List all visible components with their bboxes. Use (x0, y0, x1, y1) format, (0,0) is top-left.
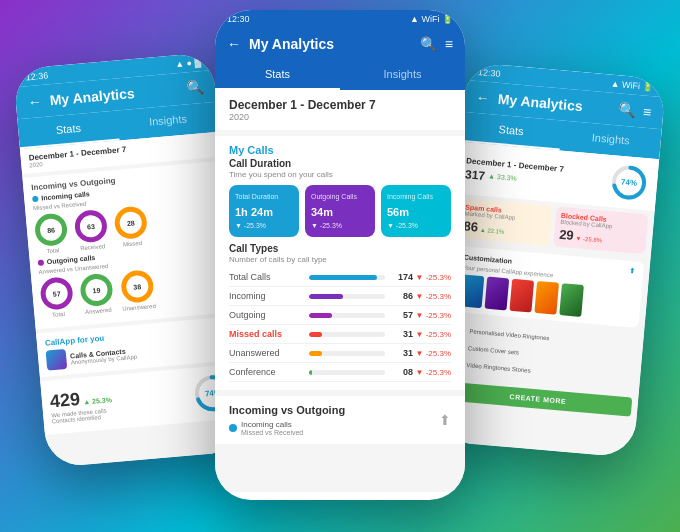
status-bar-center: 12:30 ▲ WiFi 🔋 (215, 10, 465, 28)
card-total-change: ▼ -25.3% (235, 222, 293, 229)
filter-icon-center[interactable]: ≡ (445, 36, 453, 52)
card-total-value: 1h 24m (235, 203, 293, 219)
ct-bar-0 (309, 275, 377, 280)
ct-chg-0: ▼ -25.3% (413, 273, 451, 282)
incoming-label-left: Incoming calls (41, 190, 90, 201)
ct-bar-wrap-1 (309, 294, 385, 299)
donut-received-val: 63 (87, 222, 95, 230)
ct-val-1: 86 (385, 291, 413, 301)
stat-change: ▲ 25.3% (83, 396, 112, 405)
tab-stats-center[interactable]: Stats (215, 60, 340, 90)
card-outgoing-duration: Outgoing Calls 34m ▼ -25.3% (305, 185, 375, 237)
spam-change: ▲ 22.1% (480, 227, 505, 235)
date-text-center: December 1 - December 7 (229, 98, 451, 112)
donut-unanswered-val: 38 (133, 283, 141, 291)
donut-total-label: Total (46, 247, 59, 254)
donut-missed-val: 28 (127, 219, 135, 227)
donut-unanswered: 38 Unanswered (119, 269, 156, 312)
tabs-center: Stats Insights (215, 60, 465, 90)
theme-thumb-4[interactable] (534, 281, 559, 315)
ct-val-5: 08 (385, 367, 413, 377)
filter-icon-right[interactable]: ≡ (642, 104, 652, 121)
ct-name-0: Total Calls (229, 272, 309, 282)
call-types-subtitle: Number of calls by call type (229, 255, 451, 264)
callapp-icon (46, 349, 68, 371)
title-center: My Analytics (249, 36, 412, 52)
back-arrow-right[interactable]: ← (475, 89, 490, 106)
ct-chg-4: ▼ -25.3% (413, 349, 451, 358)
back-arrow-left[interactable]: ← (27, 93, 42, 110)
donut-answered-circle: 19 (79, 273, 114, 308)
donut-out-total-circle: 57 (39, 276, 74, 311)
theme-thumb-3[interactable] (509, 279, 534, 313)
year-center: 2020 (229, 112, 451, 122)
donut-unanswered-circle: 38 (120, 269, 155, 304)
table-row: Unanswered 31 ▼ -25.3% (229, 344, 451, 363)
card-total-label: Total Duration (235, 193, 293, 200)
ct-val-0: 174 (385, 272, 413, 282)
donut-unanswered-label: Unanswered (122, 303, 156, 312)
phone-center: 12:30 ▲ WiFi 🔋 ← My Analytics 🔍 ≡ Stats … (215, 10, 465, 500)
card-outgoing-value: 34m (311, 203, 369, 219)
progress-label-right: 74% (621, 177, 638, 187)
theme-thumb-5[interactable] (559, 283, 584, 317)
card-total-duration: Total Duration 1h 24m ▼ -25.3% (229, 185, 299, 237)
title-right: My Analytics (497, 91, 611, 117)
ct-chg-3: ▼ -25.3% (413, 330, 451, 339)
search-icon-right[interactable]: 🔍 (618, 101, 636, 118)
right-items-list: 52 Personalised Video Ringtones 11 Custo… (439, 315, 644, 394)
time-left: 12:36 (25, 70, 48, 82)
blocked-card: Blocked Calls Blocked by CallApp 29 ▼ -2… (553, 206, 648, 254)
share-icon-right[interactable]: ⬆ (629, 267, 636, 275)
blocked-change: ▼ -25.8% (575, 235, 602, 243)
inc-outg-title: Incoming vs Outgoing (229, 404, 345, 416)
search-icon-left[interactable]: 🔍 (186, 79, 204, 96)
call-types-title: Call Types (229, 243, 451, 254)
share-icon[interactable]: ⬆ (439, 412, 451, 428)
time-right: 12:30 (478, 67, 501, 79)
call-duration-block: Call Duration Time you spend on your cal… (229, 158, 451, 237)
donut-out-total-val: 57 (52, 290, 60, 298)
donut-total: 86 Total (34, 212, 69, 255)
ct-bar-2 (309, 313, 332, 318)
signal-left: ▲ ● ▓ (175, 57, 202, 69)
stat-num: 429 (49, 388, 81, 412)
donut-missed-label: Missed (123, 240, 142, 248)
ct-name-4: Unanswered (229, 348, 309, 358)
inc-label: Incoming calls (241, 420, 303, 429)
phone-right: 12:30 ▲ WiFi 🔋 ← My Analytics 🔍 ≡ Stats … (434, 62, 666, 458)
ct-val-4: 31 (385, 348, 413, 358)
ct-bar-wrap-0 (309, 275, 385, 280)
ct-bar-wrap-5 (309, 370, 385, 375)
table-row: Missed calls 31 ▼ -25.3% (229, 325, 451, 344)
incoming-outgoing-section: Incoming vs Outgoing Incoming calls Miss… (215, 396, 465, 444)
donut-missed: 28 Missed (113, 205, 148, 248)
table-row: Incoming 86 ▼ -25.3% (229, 287, 451, 306)
time-center: 12:30 (227, 14, 250, 24)
call-duration-subtitle: Time you spend on your calls (229, 170, 451, 179)
circle-progress-right: 74% (607, 161, 650, 204)
duration-cards: Total Duration 1h 24m ▼ -25.3% Outgoing … (229, 185, 451, 237)
incoming-section-left: Incoming vs Outgoing Incoming calls Miss… (22, 161, 234, 330)
phone-left: 12:36 ▲ ● ▓ ← My Analytics 🔍 Stats Insig… (13, 52, 247, 468)
inc-dot (229, 424, 237, 432)
tab-insights-center[interactable]: Insights (340, 60, 465, 90)
card-incoming-change: ▼ -25.3% (387, 222, 445, 229)
date-center: December 1 - December 7 2020 (215, 90, 465, 130)
back-arrow-center[interactable]: ← (227, 36, 241, 52)
donut-received-circle: 63 (74, 209, 109, 244)
donut-answered-label: Answered (85, 307, 112, 315)
right-stat-val: 317 (465, 167, 486, 183)
donut-received: 63 Received (74, 209, 109, 252)
ct-bar-1 (309, 294, 343, 299)
search-icon-center[interactable]: 🔍 (420, 36, 437, 52)
donut-missed-circle: 28 (113, 205, 148, 240)
card-incoming-value: 56m (387, 203, 445, 219)
ct-name-2: Outgoing (229, 310, 309, 320)
call-type-rows: Total Calls 174 ▼ -25.3% Incoming 86 (229, 268, 451, 382)
incoming-dot (32, 195, 39, 202)
signal-center: ▲ WiFi 🔋 (410, 14, 453, 24)
theme-thumb-2[interactable] (485, 277, 510, 311)
donut-total-circle: 86 (34, 212, 69, 247)
signal-right: ▲ WiFi 🔋 (610, 79, 654, 93)
